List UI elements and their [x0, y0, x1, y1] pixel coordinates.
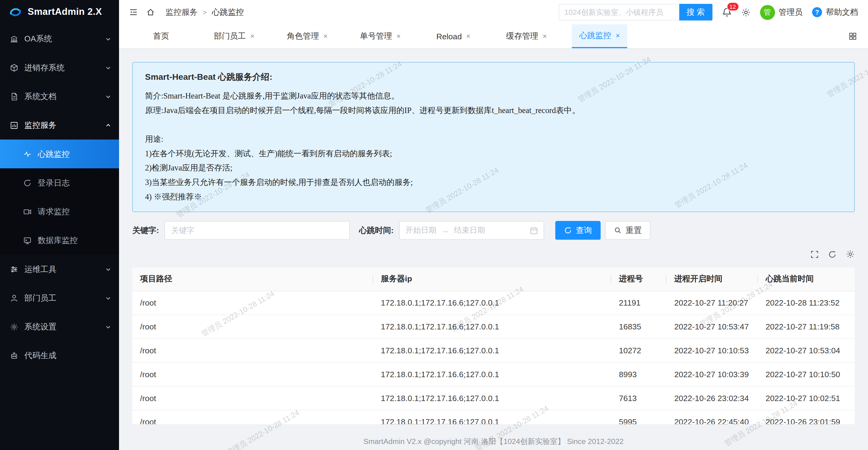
header-search: 搜 索: [558, 4, 712, 21]
tab-home[interactable]: 首页: [124, 25, 197, 48]
tab-department-staff[interactable]: 部门员工×: [197, 25, 271, 48]
date-range-picker[interactable]: 开始日期 → 结束日期: [399, 221, 544, 240]
sidebar-item-label: 系统文档: [25, 91, 99, 101]
refresh-icon: [564, 227, 572, 234]
keyword-input[interactable]: [165, 221, 350, 240]
tab-reload[interactable]: Reload×: [417, 25, 490, 48]
table-cell: 2022-10-26 22:45:40: [666, 410, 758, 424]
intro-line: 1)在各个环境(无论开发、测试、生产)能统一看到所有启动的服务列表;: [145, 146, 842, 161]
intro-line: 4) ※强烈推荐※: [145, 189, 842, 204]
sidebar-item-label: 监控服务: [25, 120, 99, 130]
sidebar-item-heartbeat-monitor[interactable]: 心跳监控: [0, 140, 119, 168]
table-cell: 172.18.0.1;172.17.16.6;127.0.0.1: [373, 362, 611, 386]
table-cell: /root: [132, 410, 373, 424]
table-cell: /root: [132, 362, 373, 386]
table-cell: 2022-10-27 10:02:51: [758, 386, 855, 410]
sidebar-item-system-docs[interactable]: 系统文档: [0, 82, 119, 111]
sidebar-menu: OA系统 进销存系统 系统文档 监: [0, 25, 119, 370]
table-row[interactable]: /root172.18.0.1;172.17.16.6;127.0.0.1599…: [132, 410, 855, 424]
tab-label: 首页: [153, 31, 169, 42]
fullscreen-icon[interactable]: [810, 250, 818, 258]
intro-line: 3)当某些业务只允许有一个服务启动的时候,用于排查是否别人也启动的服务;: [145, 175, 842, 189]
heartbeat-table: 项目路径 服务器ip 进程号 进程开启时间 心跳当前时间 /root172.18…: [132, 267, 855, 424]
sidebar-item-department-staff[interactable]: 部门员工: [0, 283, 119, 312]
range-arrow-icon: →: [441, 226, 449, 235]
request-monitor-icon: [23, 207, 31, 215]
help-docs-link[interactable]: ? 帮助文档: [812, 7, 858, 18]
start-date-placeholder: 开始日期: [405, 226, 437, 235]
footer-text: SmartAdmin V2.x @copyright 河南·洛阳【1024创新实…: [364, 437, 624, 447]
question-circle-icon: ?: [812, 7, 822, 17]
close-icon[interactable]: ×: [466, 33, 470, 40]
tab-grid-icon[interactable]: [849, 32, 857, 40]
calendar-icon: [530, 226, 538, 234]
table-row[interactable]: /root172.18.0.1;172.17.16.6;127.0.0.1102…: [132, 338, 855, 362]
tab-heartbeat-monitor[interactable]: 心跳监控×: [563, 25, 636, 48]
table-cell: /root: [132, 314, 373, 338]
breadcrumb-section[interactable]: 监控服务: [165, 7, 197, 18]
chevron-down-icon: [105, 93, 111, 99]
header-search-button[interactable]: 搜 索: [679, 4, 712, 21]
menu-fold-icon[interactable]: [129, 8, 138, 17]
column-settings-gear-icon[interactable]: [846, 250, 855, 259]
logo[interactable]: SmartAdmin 2.X: [0, 0, 119, 25]
sidebar-item-monitor-service[interactable]: 监控服务: [0, 111, 119, 139]
table-row[interactable]: /root172.18.0.1;172.17.16.6;127.0.0.1761…: [132, 386, 855, 410]
ops-tools-icon: [10, 265, 18, 273]
close-icon[interactable]: ×: [250, 33, 255, 40]
sidebar-item-system-settings[interactable]: 系统设置: [0, 312, 119, 341]
notifications[interactable]: 12: [721, 7, 732, 17]
column-header-project-path: 项目路径: [132, 267, 373, 291]
heartbeat-time-label: 心跳时间:: [359, 225, 394, 236]
close-icon[interactable]: ×: [542, 33, 547, 40]
table-cell: 10272: [611, 338, 666, 362]
close-icon[interactable]: ×: [396, 33, 401, 40]
keyword-label: 关键字:: [132, 225, 159, 236]
sidebar-item-label: 系统设置: [25, 322, 99, 332]
column-header-process-start-time: 进程开启时间: [666, 267, 758, 291]
page-footer: SmartAdmin V2.x @copyright 河南·洛阳【1024创新实…: [119, 434, 868, 450]
inventory-icon: [10, 63, 18, 71]
table-cell: 16835: [611, 314, 666, 338]
table-row[interactable]: /root172.18.0.1;172.17.16.6;127.0.0.1211…: [132, 291, 855, 314]
help-label: 帮助文档: [826, 7, 858, 18]
reset-button[interactable]: 重置: [605, 221, 650, 240]
sidebar-item-inventory-system[interactable]: 进销存系统: [0, 53, 119, 82]
table-row[interactable]: /root172.18.0.1;172.17.16.6;127.0.0.1899…: [132, 362, 855, 386]
table-cell: 2022-10-26 23:02:34: [666, 386, 758, 410]
table-cell: 2022-10-27 10:10:53: [666, 338, 758, 362]
tab-label: Reload: [436, 32, 462, 40]
sidebar-item-login-log[interactable]: 登录日志: [0, 168, 119, 197]
sidebar-item-code-generation[interactable]: 代码生成: [0, 341, 119, 370]
sidebar-item-label: OA系统: [25, 34, 99, 44]
sidebar-item-request-monitor[interactable]: 请求监控: [0, 197, 119, 226]
sidebar-item-database-monitor[interactable]: 数据库监控: [0, 226, 119, 255]
tab-label: 缓存管理: [506, 31, 538, 42]
tab-cache-management[interactable]: 缓存管理×: [490, 25, 563, 48]
header-search-input[interactable]: [558, 4, 679, 21]
tab-order-management[interactable]: 单号管理×: [344, 25, 417, 48]
settings-icon: [10, 323, 18, 331]
close-icon[interactable]: ×: [323, 33, 328, 40]
close-icon[interactable]: ×: [616, 32, 620, 39]
tab-label: 角色管理: [287, 31, 319, 42]
tab-label: 单号管理: [360, 31, 392, 42]
sidebar-item-oa-system[interactable]: OA系统: [0, 25, 119, 53]
user-menu[interactable]: 管 管理员: [760, 5, 803, 20]
username: 管理员: [779, 7, 803, 18]
table-cell: /root: [132, 291, 373, 314]
gear-icon[interactable]: [741, 7, 750, 17]
tab-role-management[interactable]: 角色管理×: [271, 25, 344, 48]
app-window: SmartAdmin 2.X OA系统 进销存系统: [0, 0, 868, 450]
query-button[interactable]: 查询: [555, 221, 600, 240]
sidebar-item-label: 请求监控: [38, 206, 70, 217]
sidebar-item-ops-tools[interactable]: 运维工具: [0, 255, 119, 283]
home-icon[interactable]: [146, 8, 155, 17]
table-cell: 2022-10-26 23:01:59: [758, 410, 855, 424]
table-row[interactable]: /root172.18.0.1;172.17.16.6;127.0.0.1168…: [132, 314, 855, 338]
table-toolbar: [132, 250, 855, 259]
notification-badge: 12: [726, 2, 739, 11]
refresh-icon[interactable]: [828, 250, 836, 258]
column-header-server-ip: 服务器ip: [373, 267, 611, 291]
table-cell: /root: [132, 386, 373, 410]
